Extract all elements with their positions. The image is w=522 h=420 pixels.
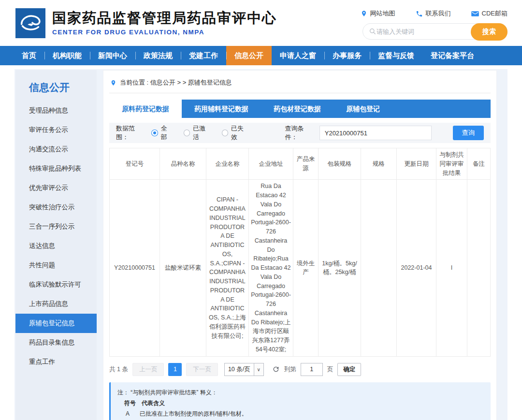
cell-variety-name: 盐酸米诺环素 [160,180,206,356]
sitemap-label: 网站地图 [370,9,395,18]
cell-registration-no: Y20210000751 [110,180,160,356]
nav-item-supervision[interactable]: 监督与反馈 [370,46,422,65]
sitemap-link[interactable]: 网站地图 [361,9,395,18]
radio-activated[interactable]: 已激活 [184,124,211,142]
goto-page-input[interactable] [301,363,323,376]
sidebar-item-three-in-one[interactable]: 三合一序列公示 [15,217,97,236]
brand-text: 国家药品监督管理局药品审评中心 CENTER FOR DRUG EVALUATI… [52,10,277,35]
cell-joint-review-result: I [436,180,467,356]
cell-company-name: CIPAN - COMPANHIA INDUSTRIAL PRODUTORA D… [206,180,249,356]
prev-page-button[interactable]: 上一页 [132,363,164,376]
nav-item-news[interactable]: 新闻中心 [90,46,135,65]
nav-item-policy[interactable]: 政策法规 [135,46,181,65]
nav-item-functions[interactable]: 机构职能 [44,46,90,65]
sidebar-item-drug-catalog[interactable]: 药品目录集信息 [15,333,97,352]
nav-item-services[interactable]: 办事服务 [324,46,370,65]
tab-packaging-registration-data[interactable]: 药包材登记数据 [261,100,334,118]
sidebar-item-key-work[interactable]: 重点工作 [15,352,97,372]
table-header-row: 登记号 品种名称 企业名称 企业地址 产品来源 包装规格 规格 更新日期 与制剂… [110,148,491,180]
refresh-icon [272,365,280,373]
col-variety-name: 品种名称 [160,148,206,180]
sidebar-title: 信息公开 [15,79,97,101]
breadcrumb-text: 当前位置 : 信息公开 > > 原辅包登记信息 [120,78,232,87]
table-row: Y20210000751 盐酸米诺环素 CIPAN - COMPANHIA IN… [110,180,491,356]
cell-update-date: 2022-01-04 [397,180,436,356]
nav-item-home[interactable]: 首页 [14,46,44,65]
col-update-date: 更新日期 [397,148,436,180]
radio-all[interactable]: 全部 [151,124,173,142]
note-header-meaning: 代表含义 [142,398,165,408]
scope-label: 数据范围： [116,124,146,142]
page-unit-label: 页 [327,365,334,374]
search-icon [369,28,377,35]
goto-label: 到第 [284,365,296,374]
pagination: 共 1 条 上一页 1 下一页 10 条/页 ∨ 到第 页 确定 [109,363,491,376]
cde-logo-icon[interactable] [15,8,45,38]
page: 国家药品监督管理局药品审评中心 CENTER FOR DRUG EVALUATI… [0,0,522,420]
contact-label: 联系我们 [426,9,451,18]
page-size-select[interactable]: 10 条/页 ∨ [224,363,264,376]
chevron-down-icon: ∨ [254,363,263,376]
top-links: 网站地图 联系我们 CDE邮箱 [361,9,508,18]
contact-link[interactable]: 联系我们 [416,9,451,18]
refresh-button[interactable] [272,365,280,373]
nav-item-registration-platform[interactable]: 登记备案平台 [422,46,482,65]
site-search: 搜索 [362,23,508,40]
radio-activated-label: 已激活 [193,124,211,142]
sidebar-item-clinical-trial-permit[interactable]: 临床试验默示许可 [15,275,97,294]
breadcrumb: 当前位置 : 信息公开 > > 原辅包登记信息 [109,73,491,93]
col-company-name: 企业名称 [206,148,249,180]
main-panel: 当前位置 : 信息公开 > > 原辅包登记信息 原料药登记数据 药用辅料登记数据… [103,70,497,420]
note-header: 符号 代表含义 [117,398,484,408]
col-spec: 规格 [361,148,397,180]
mail-icon [471,11,479,17]
total-count: 共 1 条 [109,365,128,374]
radio-expired-dot [222,130,229,136]
main-nav: 首页 机构职能 新闻中心 政策法规 党建工作 信息公开 申请人之窗 办事服务 监… [0,46,522,65]
col-product-source: 产品来源 [293,148,319,180]
note-symbol-a: A [121,408,134,419]
cde-mail-link[interactable]: CDE邮箱 [471,9,508,18]
query-label: 查询条件： [285,124,316,142]
nav-item-party[interactable]: 党建工作 [181,46,226,65]
confirm-button[interactable]: 确定 [337,363,361,376]
next-page-button[interactable]: 下一页 [186,363,218,376]
note-box: 注： “与制剂共同审评审批结果” 释义： 符号 代表含义 A 已批准在上市制剂使… [109,382,491,420]
tab-bar: 原料药登记数据 药用辅料登记数据 药包材登记数据 原辅包登记 [109,100,491,118]
sidebar-item-delivery-info[interactable]: 送达信息 [15,236,97,256]
cell-remarks [467,180,491,356]
tab-api-registration-data[interactable]: 原料药登记数据 [109,100,182,118]
cell-spec [361,180,397,356]
col-registration-no: 登记号 [110,148,160,180]
sidebar-item-review-tasks[interactable]: 审评任务公示 [15,120,97,140]
sidebar-item-communication[interactable]: 沟通交流公示 [15,140,97,159]
site-subtitle: CENTER FOR DRUG EVALUATION, NMPA [52,29,277,36]
sidebar-item-special-approval[interactable]: 特殊审批品种列表 [15,159,97,178]
sidebar-item-priority-review[interactable]: 优先审评公示 [15,178,97,198]
cde-mail-label: CDE邮箱 [482,9,508,18]
page-number-1[interactable]: 1 [168,363,182,376]
tab-excipient-registration-data[interactable]: 药用辅料登记数据 [182,100,261,118]
radio-all-dot [151,130,158,136]
col-packaging-spec: 包装规格 [319,148,361,180]
nav-item-applicant-window[interactable]: 申请人之窗 [272,46,324,65]
scope-radio-group: 全部 已激活 已失效 [151,124,249,142]
location-pin-icon [110,79,116,87]
filter-bar: 数据范围： 全部 已激活 已失效 查询条件： [109,123,491,143]
nav-item-info-disclosure[interactable]: 信息公开 [226,46,272,65]
site-header: 国家药品监督管理局药品审评中心 CENTER FOR DRUG EVALUATI… [0,0,522,46]
radio-expired[interactable]: 已失效 [222,124,249,142]
radio-expired-label: 已失效 [231,124,249,142]
tab-raw-excipient-registration[interactable]: 原辅包登记 [334,100,392,118]
sidebar-item-accepted-varieties[interactable]: 受理品种信息 [15,101,97,120]
sidebar-item-breakthrough-therapy[interactable]: 突破性治疗公示 [15,198,97,217]
page-size-value: 10 条/页 [225,365,254,374]
sidebar: 信息公开 受理品种信息 审评任务公示 沟通交流公示 特殊审批品种列表 优先审评公… [15,70,97,420]
search-button[interactable]: 搜索 [471,23,508,41]
radio-activated-dot [184,130,190,136]
sidebar-item-common-issues[interactable]: 共性问题 [15,256,97,275]
query-input[interactable] [319,126,432,140]
sidebar-item-raw-excipient-registration[interactable]: 原辅包登记信息 [15,314,97,333]
sidebar-item-marketed-drugs[interactable]: 上市药品信息 [15,294,97,314]
query-button[interactable]: 查询 [453,126,484,140]
